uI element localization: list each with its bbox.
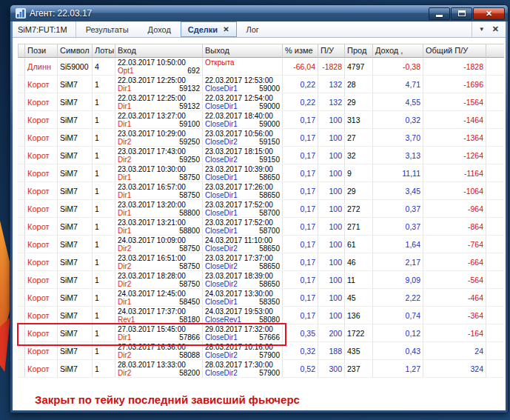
row-gutter [18, 360, 25, 378]
cell-exit: 23.03.2017 17:37:00CloseDir258650 [203, 253, 283, 271]
cell-income: 9,09 [373, 271, 423, 289]
exit-signal: CloseDir1 [205, 120, 238, 128]
entry-signal-line: Dir158450 [118, 298, 200, 306]
exit-signal-line: CloseDir159000 [205, 102, 280, 110]
trade-row[interactable]: КоротSiM7122.03.2017 13:27:00Dir15910022… [18, 111, 504, 129]
column-header-0[interactable] [18, 44, 25, 58]
column-header-1[interactable]: Пози [25, 44, 58, 58]
agent-label[interactable]: SiM7:FUT:1M [13, 21, 76, 37]
entry-price: 692 [187, 67, 200, 75]
tab-close-icon[interactable]: ✕ [223, 25, 229, 33]
cell-position: Корот [25, 342, 58, 360]
close-button[interactable]: ✕ [473, 7, 505, 20]
trade-row[interactable]: КоротSiM7123.03.2017 18:28:00Dir25875023… [18, 271, 504, 289]
trade-row[interactable]: ДлиннSi59000422.03.2017 10:50:00Opt1692О… [18, 58, 504, 76]
exit-open-label: Открыта [205, 59, 280, 67]
tab-log[interactable]: Лог [237, 21, 269, 37]
row-gutter [18, 218, 25, 236]
cell-profit-points: 100 [318, 129, 345, 147]
cell-entry: 23.03.2017 10:29:00Dir259250 [115, 129, 203, 147]
cell-entry: 24.03.2017 17:37:00Rev158180 [115, 307, 203, 324]
minimize-button[interactable] [429, 7, 450, 20]
trade-row[interactable]: КоротSiM7128.03.2017 13:33:00Dir25820028… [18, 360, 504, 378]
entry-signal: Rev1 [118, 316, 135, 324]
row-gutter [18, 147, 25, 164]
trade-row[interactable]: КоротSiM7124.03.2017 12:45:00Dir15845024… [18, 289, 504, 307]
cell-duration: 313 [345, 111, 373, 129]
trade-row[interactable]: КоротSiM7123.03.2017 16:51:00Dir25875023… [18, 253, 504, 271]
cell-filler [486, 111, 504, 129]
cell-symbol: SiM7 [58, 236, 93, 253]
trade-row[interactable]: КоротSiM7127.03.2017 15:45:00Dir15786629… [18, 324, 504, 342]
cell-income: 1,27 [373, 360, 423, 378]
cell-profit-points: 200 [318, 324, 345, 342]
column-header-3[interactable]: Лоты [93, 44, 115, 58]
trade-row[interactable]: КоротSiM7123.03.2017 10:29:00Dir25925023… [18, 129, 504, 147]
tab-results[interactable]: Результаты [76, 21, 138, 37]
titlebar[interactable]: Агент: 22.03.17 ✕ [10, 5, 508, 21]
column-header-8[interactable]: Прод [345, 44, 373, 58]
trade-row[interactable]: КоротSiM7122.03.2017 12:25:00Dir15913222… [18, 93, 504, 111]
entry-datetime: 24.03.2017 10:09:00 [118, 236, 200, 244]
column-header-10[interactable]: Общий П/У [423, 44, 486, 58]
cell-income: 0,32 [373, 111, 423, 129]
entry-price: 58750 [179, 262, 200, 270]
tab-trades[interactable]: Сделки ✕ [181, 21, 237, 37]
grid-header: ПозиСимволЛотыВходВыход% измеП/УПродДохо… [18, 44, 504, 58]
entry-datetime: 23.03.2017 13:20:00 [118, 201, 200, 209]
cell-percent-change: 0,22 [283, 93, 318, 111]
trade-row[interactable]: КоротSiM7123.03.2017 17:43:00Dir25925023… [18, 147, 504, 164]
column-header-7[interactable]: П/У [318, 44, 345, 58]
cell-exit: 24.03.2017 13:30:00CloseDir158350 [203, 289, 283, 307]
cell-total-profit: 324 [423, 360, 486, 378]
cell-exit: 28.03.2017 17:30:00CloseDir257900 [203, 360, 283, 378]
exit-signal-line: CloseDir258650 [205, 280, 280, 288]
cell-total-profit: -1464 [423, 111, 486, 129]
entry-signal-line: Dir159132 [118, 84, 200, 93]
cell-position: Длинн [25, 58, 58, 76]
cell-income: 0,43 [373, 342, 423, 360]
maximize-button[interactable] [451, 7, 472, 20]
trade-row[interactable]: КоротSiM7124.03.2017 17:37:00Rev15818024… [18, 307, 504, 324]
cell-income: 2,22 [373, 289, 423, 307]
column-header-4[interactable]: Вход [115, 44, 203, 58]
trade-row[interactable]: КоротSiM7123.03.2017 16:57:00Dir15875023… [18, 182, 504, 200]
cell-entry: 22.03.2017 10:50:00Opt1692 [115, 58, 203, 76]
trade-row[interactable]: КоротSiM7127.03.2017 16:36:00Dir25808828… [18, 342, 504, 360]
column-header-6[interactable]: % изме [283, 44, 318, 58]
tab-dropdown-icon[interactable]: ▼ [479, 26, 485, 33]
entry-datetime: 23.03.2017 10:30:00 [118, 165, 200, 173]
exit-price: 58650 [259, 191, 280, 199]
cell-total-profit: -164 [423, 324, 486, 342]
trade-row[interactable]: КоротSiM7124.03.2017 10:09:00Dir25875024… [18, 236, 504, 253]
column-header-5[interactable]: Выход [203, 44, 283, 58]
cell-filler [486, 58, 504, 76]
trade-row[interactable]: КоротSiM7122.03.2017 12:25:00Dir15913222… [18, 76, 504, 93]
entry-signal-line: Dir158750 [118, 173, 200, 181]
trade-row[interactable]: КоротSiM7123.03.2017 13:21:00Dir15880023… [18, 218, 504, 236]
trade-row[interactable]: КоротSiM7123.03.2017 13:20:00Dir15880023… [18, 200, 504, 218]
cell-total-profit: -1696 [423, 76, 486, 93]
tab-income[interactable]: Доход [138, 21, 181, 37]
cell-exit: 23.03.2017 18:39:00CloseDir258650 [203, 271, 283, 289]
entry-price: 59250 [179, 138, 200, 146]
cell-percent-change: 0,17 [283, 289, 318, 307]
column-header-9[interactable]: Доход , [373, 44, 423, 58]
entry-datetime: 22.03.2017 10:50:00 [118, 59, 200, 67]
cell-lots: 1 [93, 111, 115, 129]
column-header-11[interactable] [486, 44, 504, 58]
exit-price: 58350 [259, 298, 280, 306]
tabbar-close-icon[interactable]: ✕ [492, 24, 499, 34]
cell-percent-change: 0,32 [283, 342, 318, 360]
trade-row[interactable]: КоротSiM7123.03.2017 10:30:00Dir15875023… [18, 164, 504, 182]
exit-price: 59000 [259, 120, 280, 128]
exit-datetime: 24.03.2017 13:30:00 [205, 290, 280, 298]
cell-percent-change: 0,22 [283, 76, 318, 93]
cell-symbol: SiM7 [58, 324, 93, 342]
exit-signal: CloseDir2 [205, 369, 238, 377]
exit-signal: CloseDir2 [205, 156, 238, 164]
column-header-2[interactable]: Символ [58, 44, 93, 58]
cell-entry: 23.03.2017 16:57:00Dir158750 [115, 182, 203, 200]
entry-price: 58750 [179, 173, 200, 181]
exit-datetime: 22.03.2017 12:54:00 [205, 94, 280, 102]
